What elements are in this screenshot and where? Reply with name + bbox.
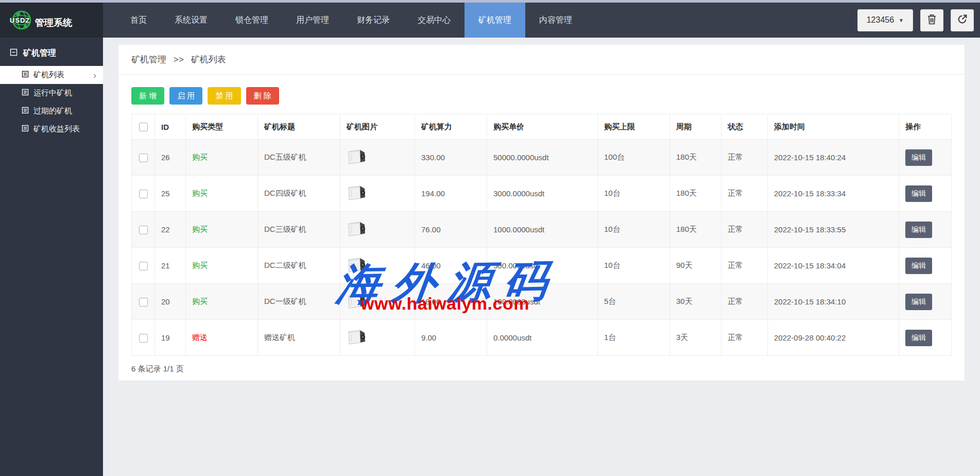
row-checkbox[interactable]	[139, 190, 148, 198]
cell-type: 购买	[186, 140, 258, 176]
cell-title: DC四级矿机	[258, 176, 340, 212]
nav-item-miners[interactable]: 矿机管理	[465, 3, 525, 38]
table-row: 21 购买 DC二级矿机 46.00 500.0000usdt 10台 90天 …	[132, 248, 952, 284]
cell-image	[340, 176, 415, 212]
cell-power: 330.00	[415, 140, 487, 176]
sidebar-section-miners[interactable]: 矿机管理	[0, 38, 103, 61]
logout-icon	[957, 14, 968, 26]
delete-button[interactable]: 删 除	[246, 87, 279, 105]
list-icon	[22, 107, 29, 115]
miner-image	[347, 230, 367, 239]
edit-button[interactable]: 编辑	[905, 294, 932, 310]
cell-type: 购买	[186, 248, 258, 284]
sidebar-item-label: 过期的矿机	[33, 106, 72, 116]
col-title: 矿机标题	[258, 114, 340, 140]
table-row: 26 购买 DC五级矿机 330.00 50000.0000usdt 100台 …	[132, 140, 952, 176]
cell-action: 编辑	[899, 248, 952, 284]
user-dropdown[interactable]: 123456 ▼	[857, 9, 913, 31]
cell-time: 2022-10-15 18:33:34	[768, 176, 899, 212]
clear-cache-button[interactable]	[920, 9, 943, 31]
miner-image	[347, 302, 367, 311]
list-icon	[22, 125, 29, 133]
add-button[interactable]: 新 增	[131, 87, 164, 105]
cell-price: 500.0000usdt	[487, 248, 598, 284]
cell-power: 18.00	[415, 284, 487, 320]
row-checkbox[interactable]	[139, 298, 148, 307]
breadcrumb-current: 矿机列表	[191, 45, 226, 74]
header-actions: 123456 ▼	[857, 3, 980, 38]
cell-power: 194.00	[415, 176, 487, 212]
cell-power: 46.00	[415, 248, 487, 284]
caret-down-icon: ▼	[899, 18, 904, 23]
card-body: 新 增 启 用 禁 用 删 除 ID 购买类型	[118, 75, 965, 374]
disable-button[interactable]: 禁 用	[208, 87, 240, 105]
cell-cycle: 3天	[670, 320, 721, 356]
cell-time: 2022-10-15 18:34:04	[768, 248, 899, 284]
table-row: 20 购买 DC一级矿机 18.00 100.0000usdt 5台 30天 正…	[132, 284, 952, 320]
cell-image	[340, 140, 415, 176]
sidebar-item-expired-miners[interactable]: 过期的矿机	[0, 102, 103, 120]
cell-status: 正常	[721, 248, 768, 284]
edit-button[interactable]: 编辑	[905, 149, 932, 166]
edit-button[interactable]: 编辑	[905, 185, 932, 202]
col-type: 购买类型	[186, 114, 258, 140]
nav-item-system-settings[interactable]: 系统设置	[161, 3, 221, 38]
cell-type: 购买	[186, 176, 258, 212]
cell-cycle: 180天	[670, 140, 721, 176]
globe-logo-icon: USDZ	[9, 8, 34, 32]
nav-item-lockup[interactable]: 锁仓管理	[221, 3, 282, 38]
nav-item-users[interactable]: 用户管理	[282, 3, 343, 38]
cell-time: 2022-10-15 18:40:24	[768, 140, 899, 176]
edit-button[interactable]: 编辑	[905, 330, 932, 346]
cell-title: DC二级矿机	[258, 248, 340, 284]
row-checkbox[interactable]	[139, 334, 148, 343]
nav-item-trade-center[interactable]: 交易中心	[404, 3, 465, 38]
table-row: 19 赠送 赠送矿机 9.00 0.0000usdt 1台 3天 正常 2022…	[132, 320, 952, 356]
col-price: 购买单价	[487, 114, 598, 140]
sidebar: 矿机管理 矿机列表 › 运	[0, 38, 103, 476]
cell-type: 购买	[186, 212, 258, 248]
cell-price: 100.0000usdt	[487, 284, 598, 320]
cell-limit: 10台	[598, 212, 670, 248]
enable-button[interactable]: 启 用	[169, 87, 202, 105]
col-status: 状态	[721, 114, 768, 140]
cell-limit: 5台	[598, 284, 670, 320]
sidebar-item-miner-list[interactable]: 矿机列表 ›	[0, 66, 103, 84]
row-checkbox[interactable]	[139, 226, 148, 234]
sidebar-item-miner-income[interactable]: 矿机收益列表	[0, 120, 103, 138]
select-all-cell	[132, 114, 155, 140]
row-checkbox[interactable]	[139, 262, 148, 270]
cell-power: 76.00	[415, 212, 487, 248]
nav-item-content[interactable]: 内容管理	[525, 3, 586, 38]
edit-button[interactable]: 编辑	[905, 222, 932, 238]
miner-image	[347, 338, 367, 347]
edit-button[interactable]: 编辑	[905, 258, 932, 274]
cell-limit: 100台	[598, 140, 670, 176]
cell-cycle: 180天	[670, 176, 721, 212]
cell-time: 2022-09-28 00:40:22	[768, 320, 899, 356]
cell-action: 编辑	[899, 212, 952, 248]
col-action: 操作	[899, 114, 952, 140]
nav-item-home[interactable]: 首页	[116, 3, 161, 38]
cell-price: 50000.0000usdt	[487, 140, 598, 176]
cell-price: 3000.0000usdt	[487, 176, 598, 212]
logout-button[interactable]	[951, 9, 974, 31]
cell-action: 编辑	[899, 320, 952, 356]
main-content: 矿机管理 >> 矿机列表 新 增 启 用 禁 用 删 除	[103, 38, 980, 476]
cell-title: 赠送矿机	[258, 320, 340, 356]
cell-id: 20	[155, 284, 186, 320]
user-name: 123456	[867, 15, 894, 25]
miner-image	[347, 158, 367, 167]
brand-text: USDZ	[10, 16, 30, 24]
app-window: USDZ 管理系统 首页 系统设置 锁仓管理 用户管理 财务记录 交易中心 矿机…	[0, 0, 980, 476]
breadcrumb-parent[interactable]: 矿机管理	[131, 45, 166, 74]
select-all-checkbox[interactable]	[139, 123, 148, 131]
nav-item-finance[interactable]: 财务记录	[343, 3, 404, 38]
cell-limit: 10台	[598, 176, 670, 212]
row-checkbox[interactable]	[139, 154, 148, 162]
cell-status: 正常	[721, 320, 768, 356]
cell-title: DC五级矿机	[258, 140, 340, 176]
sidebar-item-running-miners[interactable]: 运行中矿机	[0, 84, 103, 102]
cell-time: 2022-10-15 18:34:10	[768, 284, 899, 320]
top-navbar: USDZ 管理系统 首页 系统设置 锁仓管理 用户管理 财务记录 交易中心 矿机…	[0, 3, 980, 38]
